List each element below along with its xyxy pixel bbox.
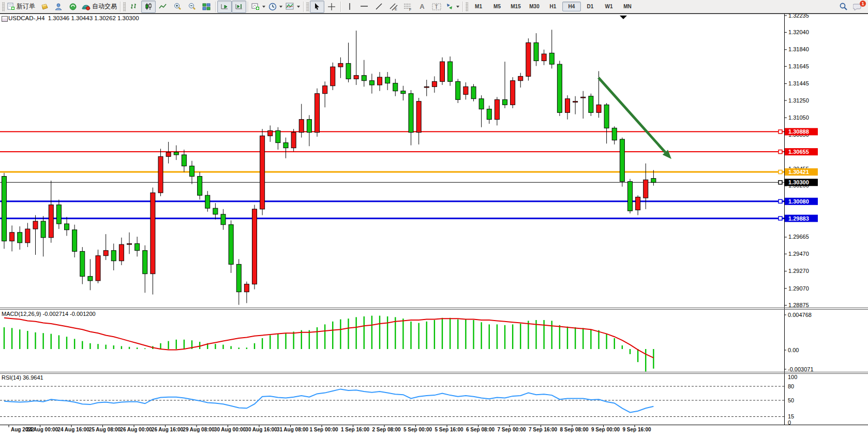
candle xyxy=(557,64,562,112)
candle xyxy=(354,76,358,79)
macd-signal-line xyxy=(4,318,653,358)
candle xyxy=(229,225,233,265)
hline-marker[interactable] xyxy=(779,181,782,184)
toolbar-separator xyxy=(120,2,121,12)
toolbar-grip[interactable] xyxy=(466,2,468,11)
time-label: 5 Sep 00:00 xyxy=(403,427,432,432)
indicators-button[interactable] xyxy=(284,1,302,13)
ohlc-values: 1.30346 1.30443 1.30262 1.30300 xyxy=(48,15,139,21)
toolbar-separator xyxy=(462,2,463,12)
candle xyxy=(495,99,499,119)
new-order-button[interactable]: 新订单 xyxy=(6,1,37,13)
time-label: 7 Sep 00:00 xyxy=(497,427,526,432)
zoom-out-button[interactable] xyxy=(185,1,199,13)
timeframe-button-h1[interactable]: H1 xyxy=(544,2,562,11)
period-button[interactable] xyxy=(267,1,284,13)
candle xyxy=(96,256,100,281)
signal-button[interactable] xyxy=(66,1,80,13)
chevron-down-icon xyxy=(279,6,282,8)
candle xyxy=(205,195,210,208)
price-scale-label: 1.31445 xyxy=(788,80,809,86)
timeframe-button-w1[interactable]: W1 xyxy=(600,2,618,11)
search-button[interactable] xyxy=(836,1,850,13)
candle xyxy=(221,214,226,225)
new-chart-button[interactable] xyxy=(250,1,267,13)
channel-button[interactable]: E xyxy=(386,1,400,13)
horizontal-line-button[interactable] xyxy=(357,1,371,13)
hline-marker[interactable] xyxy=(779,130,782,134)
price-scale-label: 1.28875 xyxy=(788,302,809,308)
shift-marker[interactable] xyxy=(620,16,627,19)
candle xyxy=(604,105,609,128)
line-chart-icon xyxy=(159,3,167,10)
hline-marker[interactable] xyxy=(779,150,782,154)
zoom-in-button[interactable] xyxy=(170,1,185,13)
notifications-button[interactable]: 1 xyxy=(850,1,865,13)
timeframe-button-h4[interactable]: H4 xyxy=(562,2,581,11)
timeframe-button-mn[interactable]: MN xyxy=(618,2,637,11)
bar-chart-button[interactable] xyxy=(127,1,141,13)
candle xyxy=(416,102,421,133)
candle xyxy=(18,233,22,243)
hline-marker[interactable] xyxy=(779,216,782,220)
gold-button[interactable] xyxy=(37,1,51,13)
macd-indicator-label: MACD(12,26,9) -0.002714 -0.001200 xyxy=(2,311,96,317)
timeframe-button-m5[interactable]: M5 xyxy=(488,2,506,11)
candle xyxy=(65,224,69,230)
cursor-icon xyxy=(313,3,321,10)
line-chart-button[interactable] xyxy=(156,1,170,13)
chart-canvas[interactable]: 1.322351.320401.318401.316451.314451.312… xyxy=(0,13,868,435)
timeframe-button-m1[interactable]: M1 xyxy=(469,2,488,11)
arrows-button[interactable] xyxy=(444,1,461,13)
candle xyxy=(158,156,163,193)
price-scale-label: 1.29665 xyxy=(788,234,809,240)
candle xyxy=(589,96,593,113)
candle xyxy=(252,209,257,284)
candle xyxy=(260,136,265,209)
candlestick-button[interactable] xyxy=(141,1,156,13)
vertical-line-button[interactable] xyxy=(342,1,357,13)
timeframe-button-m30[interactable]: M30 xyxy=(525,2,544,11)
cursor-button[interactable] xyxy=(310,1,324,13)
candle xyxy=(283,143,288,148)
chart-shift-button[interactable] xyxy=(232,1,246,13)
toolbar-separator xyxy=(248,2,248,12)
trendline-icon xyxy=(375,3,383,10)
text-button[interactable]: A xyxy=(415,1,429,13)
auto-trading-button[interactable]: 自动交易 xyxy=(80,1,118,13)
chart-window[interactable]: 1.322351.320401.318401.316451.314451.312… xyxy=(0,13,868,435)
price-scale-label: 1.29070 xyxy=(788,285,809,292)
macd-scale-label: 0.004768 xyxy=(788,312,812,318)
toolbar-grip[interactable] xyxy=(123,2,126,11)
toolbar-grip[interactable] xyxy=(306,2,309,11)
candle xyxy=(503,99,507,105)
text-label-button[interactable]: T xyxy=(429,1,444,13)
price-badge-label: 1.30888 xyxy=(788,128,809,135)
trendline-button[interactable] xyxy=(371,1,386,13)
timeframe-bar: M1M5M15M30H1H4D1W1MN xyxy=(469,2,637,11)
candle xyxy=(565,99,570,113)
chevron-down-icon xyxy=(297,6,300,8)
time-label: 1 Sep 16:00 xyxy=(341,427,369,432)
crosshair-icon xyxy=(327,3,336,11)
profile-button[interactable] xyxy=(51,1,66,13)
auto-scroll-button[interactable] xyxy=(217,1,232,13)
rsi-scale-label: 50 xyxy=(788,397,794,403)
crosshair-button[interactable] xyxy=(324,1,339,13)
hline-marker[interactable] xyxy=(779,170,782,174)
toolbar-grip[interactable] xyxy=(2,2,5,11)
fibonacci-button[interactable]: F xyxy=(400,1,415,13)
candle xyxy=(88,277,93,281)
hline-marker[interactable] xyxy=(779,199,782,203)
candle xyxy=(236,264,241,292)
timeframe-button-m15[interactable]: M15 xyxy=(506,2,525,11)
tile-windows-button[interactable] xyxy=(199,1,214,13)
text-a-label: A xyxy=(420,3,424,10)
toolbar-separator xyxy=(303,2,304,12)
rsi-scale-label: 80 xyxy=(788,383,794,389)
timeframe-button-d1[interactable]: D1 xyxy=(581,2,600,11)
candle xyxy=(534,42,538,61)
mt4-terminal: { "toolbar": { "new_order_label": "新订单",… xyxy=(0,0,868,435)
candle xyxy=(323,86,327,94)
hline-icon xyxy=(360,3,368,10)
